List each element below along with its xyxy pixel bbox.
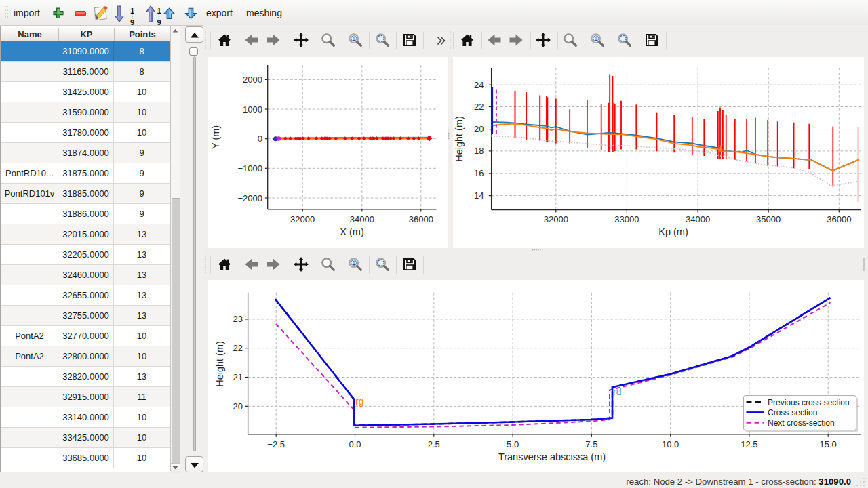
svg-text:rd: rd (613, 386, 621, 397)
svg-text:0: 0 (258, 134, 262, 144)
svg-text:0.0: 0.0 (349, 439, 361, 449)
svg-text:20: 20 (233, 401, 243, 411)
svg-text:33000: 33000 (614, 214, 639, 224)
svg-text:2000: 2000 (243, 75, 262, 85)
svg-text:Previous cross-section: Previous cross-section (768, 398, 850, 407)
svg-text:−2.5: −2.5 (267, 439, 285, 449)
svg-text:12.5: 12.5 (741, 439, 757, 449)
svg-text:7.5: 7.5 (585, 439, 597, 449)
svg-text:32000: 32000 (544, 214, 568, 224)
svg-text:rg: rg (355, 396, 363, 407)
svg-text:Next cross-section: Next cross-section (768, 418, 835, 428)
svg-text:10.0: 10.0 (662, 439, 679, 449)
svg-text:32000: 32000 (290, 214, 315, 224)
svg-text:22: 22 (233, 343, 243, 353)
svg-text:−1000: −1000 (237, 163, 262, 174)
svg-text:Kp (m): Kp (m) (658, 226, 688, 237)
svg-text:23: 23 (233, 314, 243, 324)
svg-text:Transverse abscissa (m): Transverse abscissa (m) (498, 451, 606, 462)
svg-text:Y (m): Y (m) (210, 125, 221, 149)
svg-text:1000: 1000 (243, 104, 262, 115)
svg-text:X (m): X (m) (340, 226, 363, 237)
svg-text:34000: 34000 (686, 214, 710, 224)
svg-text:5.0: 5.0 (507, 439, 519, 449)
svg-text:21: 21 (233, 372, 243, 382)
svg-text:22: 22 (474, 102, 484, 112)
svg-text:9: 9 (157, 18, 161, 26)
svg-text:20: 20 (474, 124, 484, 134)
svg-text:35000: 35000 (756, 214, 781, 224)
svg-text:Height (m): Height (m) (454, 116, 465, 162)
svg-text:16: 16 (474, 168, 484, 178)
svg-text:14: 14 (474, 190, 484, 201)
svg-text:36000: 36000 (827, 214, 851, 224)
svg-text:18: 18 (474, 146, 484, 156)
svg-text:34000: 34000 (350, 214, 374, 224)
svg-text:2.5: 2.5 (428, 439, 440, 449)
svg-text:Height (m): Height (m) (214, 341, 225, 387)
svg-text:24: 24 (474, 80, 484, 90)
svg-text:36000: 36000 (409, 214, 433, 224)
svg-text:15.0: 15.0 (820, 439, 837, 449)
svg-text:9: 9 (130, 18, 134, 26)
svg-text:−2000: −2000 (237, 193, 262, 203)
svg-text:Cross-section: Cross-section (768, 408, 817, 418)
